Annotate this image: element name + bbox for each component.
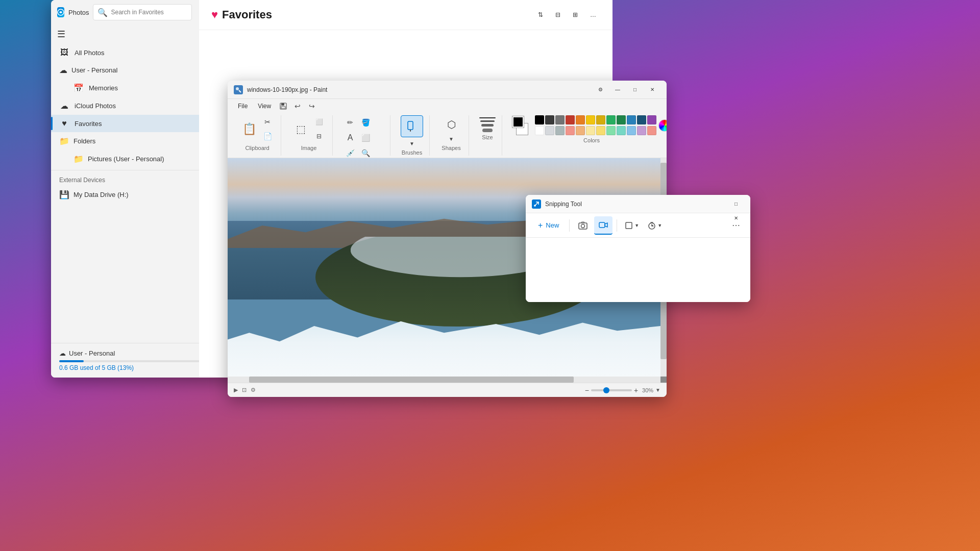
color-swatch-dark[interactable]: [545, 115, 554, 124]
color-swatch-yellow2[interactable]: [596, 115, 605, 124]
color-row-1: [535, 115, 656, 124]
color-swatch-ltyellow2[interactable]: [596, 126, 605, 135]
color-swatch-ltyellow[interactable]: [586, 126, 595, 135]
favorites-header: ♥ Favorites ⇅ ⊟ ⊞ …: [199, 0, 612, 30]
zoom-slider[interactable]: [591, 389, 632, 391]
zoom-dropdown-icon[interactable]: ▼: [655, 387, 660, 393]
color-row-2: [535, 126, 656, 135]
paint-maximize-button[interactable]: □: [627, 83, 643, 97]
color-swatch-ltred[interactable]: [566, 126, 575, 135]
snipping-maximize-button[interactable]: □: [728, 197, 744, 211]
filter-button[interactable]: ⊟: [551, 9, 565, 20]
view-button[interactable]: ⊞: [569, 9, 582, 20]
paint-undo-icon[interactable]: ↩: [291, 100, 304, 112]
custom-color-button[interactable]: [658, 119, 667, 132]
color-swatch-ltgray[interactable]: [545, 126, 554, 135]
clipboard-cut-button[interactable]: ✂: [260, 115, 275, 129]
timer-chevron-icon: ▼: [657, 223, 662, 228]
brushes-dropdown[interactable]: ▼: [408, 139, 416, 147]
snipping-video-button[interactable]: [594, 216, 612, 235]
paint-statusbar: ▶ ⊡ ⚙ − + 30% ▼: [228, 383, 667, 397]
sort-icon: ⇅: [538, 11, 543, 18]
color-swatch-ltgreen[interactable]: [606, 126, 616, 135]
color-swatch-black[interactable]: [535, 115, 544, 124]
color-swatch-cyan[interactable]: [617, 126, 626, 135]
ribbon-tools: ✏ 🪣 A ⬜ 💉 🔍 Tools: [337, 115, 390, 156]
color-swatch-ltblue[interactable]: [627, 126, 636, 135]
color-swatch-white[interactable]: [535, 126, 544, 135]
clipboard-label: Clipboard: [245, 145, 269, 151]
shapes-button[interactable]: ⬡: [440, 115, 462, 134]
color-swatch-darkgreen[interactable]: [617, 115, 626, 124]
select-all-button[interactable]: ⊟: [312, 130, 326, 143]
color-swatch-ltpurple[interactable]: [637, 126, 646, 135]
ribbon-image: ⬚ ⬜ ⊟ Image: [285, 115, 333, 156]
canvas-settings-icon[interactable]: ⚙: [251, 387, 256, 393]
paint-menubar: File View ↩ ↪: [228, 99, 667, 113]
svg-rect-11: [626, 222, 632, 229]
paint-settings-icon[interactable]: ⚙: [592, 83, 608, 97]
color-swatch-gray[interactable]: [555, 115, 565, 124]
memories-icon: 📅: [74, 83, 84, 93]
more-icon: …: [590, 11, 596, 18]
color-swatch-mdgray[interactable]: [555, 126, 565, 135]
svg-rect-4: [281, 107, 285, 109]
paint-redo-icon[interactable]: ↪: [306, 100, 318, 112]
text-button[interactable]: A: [343, 131, 357, 145]
pencil-button[interactable]: ✏: [343, 115, 357, 130]
folder-icon: 📁: [59, 136, 69, 146]
color-swatch-red[interactable]: [566, 115, 575, 124]
color-swatch-orange[interactable]: [576, 115, 585, 124]
color-swatch-darkblue[interactable]: [637, 115, 646, 124]
snipping-timer-dropdown[interactable]: ▼: [644, 219, 665, 232]
color-swatch-green[interactable]: [606, 115, 616, 124]
storage-fill: [59, 360, 84, 362]
clipboard-paste-button[interactable]: 📋: [240, 120, 258, 138]
eraser-button[interactable]: ⬜: [358, 131, 373, 145]
svg-point-9: [581, 224, 585, 228]
primary-color-swatch[interactable]: [512, 116, 524, 128]
search-icon: 🔍: [97, 8, 108, 17]
more-button[interactable]: …: [586, 9, 600, 20]
shape-chevron-icon: ▼: [634, 223, 639, 228]
search-input[interactable]: [111, 9, 187, 16]
paint-title: windows-10-190px.jpg - Paint: [247, 86, 588, 93]
zoom-in-icon[interactable]: +: [634, 386, 638, 394]
shapes-dropdown[interactable]: ▼: [447, 135, 455, 143]
snipping-camera-button[interactable]: [574, 216, 592, 235]
paint-close-button[interactable]: ✕: [644, 83, 660, 97]
select-free-button[interactable]: ⬜: [312, 115, 326, 129]
paint-menu-file[interactable]: File: [234, 102, 252, 111]
snipping-shape-dropdown[interactable]: ▼: [621, 219, 642, 232]
snipping-new-button[interactable]: + New: [532, 218, 565, 233]
icloud-icon: ☁: [59, 101, 69, 111]
paint-menu-view[interactable]: View: [254, 102, 275, 111]
zoom-out-icon[interactable]: −: [585, 386, 589, 394]
sort-button[interactable]: ⇅: [534, 9, 547, 20]
pictures-folder-icon: 📁: [74, 154, 84, 164]
color-swatch-yellow[interactable]: [586, 115, 595, 124]
ribbon-brushes: ▼ Brushes: [395, 115, 430, 156]
search-box[interactable]: 🔍: [93, 4, 192, 20]
play-icon[interactable]: ▶: [234, 387, 238, 393]
paint-save-icon[interactable]: [277, 100, 289, 112]
snipping-more-button[interactable]: ⋯: [728, 218, 744, 232]
fill-button[interactable]: 🪣: [358, 115, 373, 130]
snipping-tool-window: Snipping Tool — □ ✕ + New: [526, 195, 750, 302]
clipboard-copy-button[interactable]: 📄: [260, 130, 275, 143]
fit-icon[interactable]: ⊡: [242, 387, 247, 393]
color-swatch-pink[interactable]: [647, 126, 656, 135]
color-swatch-purple[interactable]: [647, 115, 656, 124]
paint-titlebar: windows-10-190px.jpg - Paint ⚙ — □ ✕: [228, 81, 667, 99]
toolbar-divider-1: [569, 219, 570, 232]
paint-hscrollbar[interactable]: [228, 377, 660, 383]
brushes-button[interactable]: [401, 115, 423, 137]
photos-app-icon: [57, 7, 64, 17]
view-icon: ⊞: [573, 11, 578, 18]
snipping-minimize-button[interactable]: —: [728, 195, 744, 197]
heart-icon: ♥: [211, 8, 218, 21]
color-swatch-blue[interactable]: [627, 115, 636, 124]
paint-minimize-button[interactable]: —: [609, 83, 626, 97]
select-rect-button[interactable]: ⬚: [291, 120, 310, 138]
color-swatch-ltorange[interactable]: [576, 126, 585, 135]
